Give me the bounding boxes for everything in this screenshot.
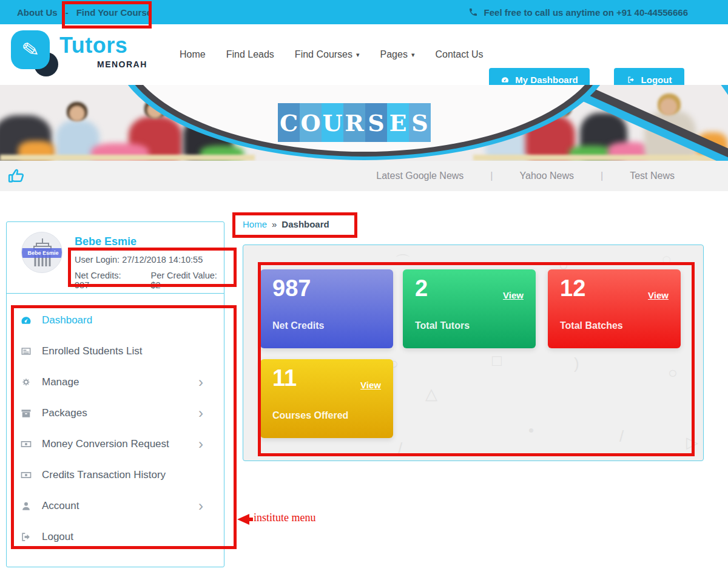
my-dashboard-label: My Dashboard	[515, 75, 578, 85]
nav-label: Pages	[380, 49, 408, 60]
caret-down-icon: ▾	[411, 51, 415, 59]
topbar-separator: -	[66, 7, 69, 18]
per-credit-value: $2	[151, 280, 161, 290]
thumbs-up-icon[interactable]	[7, 167, 25, 185]
view-link[interactable]: View	[360, 380, 381, 390]
nav-item-pages[interactable]: Pages▾	[380, 49, 415, 60]
gear-icon	[20, 376, 32, 388]
card-value: 12	[560, 275, 585, 302]
header: ✎ Tutors MENORAH Home Find Leads Find Co…	[0, 24, 728, 85]
net-credits-label: Net Credits:	[75, 271, 121, 280]
content: Bebe Esmie Bebe Esmie User Login: 27/12/…	[0, 191, 728, 577]
sidebar-item-label: Packages	[42, 407, 87, 419]
sidebar-item-account[interactable]: Account ›	[7, 490, 224, 521]
card-label: Courses Offered	[272, 410, 348, 421]
sidebar-item-logout[interactable]: Logout	[7, 521, 224, 552]
topbar-link-find-your-course[interactable]: Find Your Course	[76, 7, 152, 18]
breadcrumb-separator: »	[272, 219, 277, 229]
sidebar-item-label: Dashboard	[42, 314, 92, 326]
pattern-shape: ▷	[686, 433, 698, 452]
pattern-shape: )	[574, 354, 579, 373]
newsbar: Latest Google News | Yahoo News | Test N…	[0, 161, 728, 191]
banner-title-courses: C O U R S E S	[278, 103, 431, 142]
banner-letter: S	[365, 103, 387, 142]
hero-banner: C O U R S E S	[0, 85, 728, 161]
profile-name: Bebe Esmie	[75, 235, 136, 248]
nav-item-contact-us[interactable]: Contact Us	[435, 49, 483, 60]
sidebar-item-enrolled-students-list[interactable]: Enrolled Students List	[7, 336, 224, 366]
main-nav: Home Find Leads Find Courses▾ Pages▾ Con…	[180, 24, 484, 85]
banner-letter: O	[300, 103, 322, 142]
sidebar-menu: Dashboard Enrolled Students List Manage …	[7, 305, 224, 552]
sidebar-item-label: Logout	[42, 531, 73, 543]
card-label: Total Tutors	[415, 320, 470, 331]
nav-label: Contact Us	[435, 49, 483, 60]
pattern-shape: •	[528, 421, 534, 440]
per-credit-label: Per Credit Value:	[151, 271, 217, 280]
card-total-batches: 12 View Total Batches	[548, 269, 681, 348]
news-link-test[interactable]: Test News	[630, 170, 675, 181]
banner-letter: U	[322, 103, 343, 142]
nav-item-find-leads[interactable]: Find Leads	[226, 49, 274, 60]
nav-item-home[interactable]: Home	[180, 49, 206, 60]
news-separator: |	[601, 170, 603, 181]
dashboard-gauge-icon	[20, 314, 32, 326]
pattern-shape: △	[425, 385, 437, 403]
sidebar-item-label: Manage	[42, 376, 79, 388]
net-credits: Net Credits: 987	[75, 271, 134, 290]
sidebar-item-label: Enrolled Students List	[42, 345, 142, 357]
breadcrumb-home-link[interactable]: Home	[243, 219, 267, 229]
caret-down-icon: ▾	[356, 51, 360, 59]
card-courses-offered: 11 View Courses Offered	[260, 359, 393, 438]
sidebar-item-manage[interactable]: Manage ›	[7, 366, 224, 397]
banner-letter: C	[278, 103, 300, 142]
news-link-google[interactable]: Latest Google News	[376, 170, 463, 181]
logo-square: ✎	[11, 30, 50, 69]
topbar-links: About Us - Find Your Course	[17, 0, 152, 24]
nav-label: Find Leads	[226, 49, 274, 60]
nav-label: Find Courses	[295, 49, 352, 60]
news-link-yahoo[interactable]: Yahoo News	[520, 170, 575, 181]
sidebar-item-label: Money Conversion Request	[42, 438, 169, 450]
phone-text: Feel free to call us anytime on +91 40-4…	[484, 7, 688, 18]
sidebar-item-label: Credits Transaction History	[42, 469, 166, 481]
nav-label: Home	[180, 49, 206, 60]
phone-icon	[468, 7, 478, 17]
chevron-right-icon: ›	[198, 406, 203, 420]
card-total-tutors: 2 View Total Tutors	[403, 269, 536, 348]
topbar-phone: Feel free to call us anytime on +91 40-4…	[468, 0, 688, 24]
topbar-link-about-us[interactable]: About Us	[17, 7, 58, 18]
topbar: About Us - Find Your Course Feel free to…	[0, 0, 728, 24]
card-value: 987	[272, 275, 311, 302]
banner-photo-head	[660, 98, 677, 115]
banner-photo-head	[69, 106, 85, 121]
avatar-ribbon: Bebe Esmie	[21, 248, 62, 258]
logo-title: Tutors	[59, 33, 127, 58]
sidebar-item-label: Account	[42, 500, 79, 512]
news-separator: |	[490, 170, 493, 181]
money-bill-icon	[20, 438, 32, 450]
money-bill-icon	[20, 469, 32, 481]
per-credit: Per Credit Value: $2	[151, 271, 224, 290]
sidebar-item-money-conversion-request[interactable]: Money Conversion Request ›	[7, 428, 224, 459]
view-link[interactable]: View	[648, 290, 669, 300]
user-login-label: User Login:	[75, 255, 120, 265]
nav-item-find-courses[interactable]: Find Courses▾	[295, 49, 360, 60]
card-label: Total Batches	[560, 320, 623, 331]
logo[interactable]: ✎ Tutors MENORAH	[7, 28, 165, 81]
pattern-shape: □	[492, 351, 502, 370]
sidebar-item-dashboard[interactable]: Dashboard	[7, 305, 224, 336]
pattern-shape: /	[619, 427, 624, 446]
profile-section: Bebe Esmie Bebe Esmie User Login: 27/12/…	[7, 222, 224, 294]
banner-letter: E	[387, 103, 409, 142]
card-value: 2	[415, 275, 428, 302]
sidebar-item-packages[interactable]: Packages ›	[7, 397, 224, 428]
list-icon	[20, 345, 32, 357]
view-link[interactable]: View	[503, 290, 524, 300]
sidebar-item-credits-transaction-history[interactable]: Credits Transaction History	[7, 459, 224, 490]
archive-box-icon	[20, 407, 32, 419]
banner-bench	[473, 155, 728, 161]
net-credits-value: 987	[75, 280, 89, 290]
sign-out-icon	[627, 75, 636, 84]
pencil-icon: ✎	[20, 36, 41, 63]
